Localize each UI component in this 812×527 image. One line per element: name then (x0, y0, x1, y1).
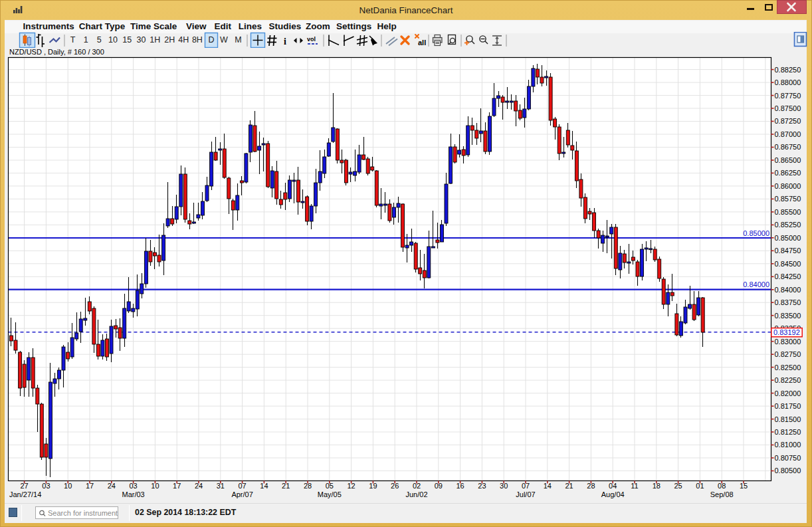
svg-text:0.85000: 0.85000 (743, 229, 769, 237)
svg-text:0.88250: 0.88250 (775, 66, 801, 74)
svg-text:Sep/08: Sep/08 (710, 490, 734, 498)
svg-text:0.85000: 0.85000 (775, 234, 801, 242)
svg-text:04: 04 (609, 482, 617, 490)
svg-text:12: 12 (347, 482, 355, 490)
svg-text:Jun/02: Jun/02 (405, 490, 427, 498)
svg-text:07: 07 (522, 482, 530, 490)
svg-text:NZD/USD , Daily, # 160 / 300: NZD/USD , Daily, # 160 / 300 (9, 48, 104, 56)
svg-text:Apr/07: Apr/07 (231, 490, 253, 498)
svg-text:19: 19 (369, 482, 377, 490)
svg-text:25: 25 (674, 482, 682, 490)
svg-text:0.87750: 0.87750 (775, 92, 801, 100)
svg-text:0.84500: 0.84500 (775, 260, 801, 268)
svg-text:30: 30 (500, 482, 508, 490)
svg-text:0.81750: 0.81750 (775, 402, 801, 410)
svg-text:26: 26 (391, 482, 399, 490)
svg-text:0.84750: 0.84750 (775, 247, 801, 255)
svg-text:09: 09 (435, 482, 443, 490)
svg-text:Aug/04: Aug/04 (601, 490, 625, 498)
svg-text:08: 08 (718, 482, 726, 490)
svg-text:0.86750: 0.86750 (775, 143, 801, 151)
svg-text:17: 17 (86, 482, 94, 490)
svg-text:0.82750: 0.82750 (775, 350, 801, 358)
svg-text:0.82250: 0.82250 (775, 376, 801, 384)
svg-text:0.86250: 0.86250 (775, 169, 801, 177)
svg-text:28: 28 (587, 482, 595, 490)
svg-text:0.83500: 0.83500 (775, 312, 801, 320)
svg-text:14: 14 (544, 482, 552, 490)
svg-text:0.85750: 0.85750 (775, 195, 801, 203)
svg-text:0.85500: 0.85500 (775, 208, 801, 216)
svg-text:i: i (284, 37, 286, 47)
svg-text:Jul/07: Jul/07 (516, 490, 535, 498)
svg-text:0.84000: 0.84000 (775, 286, 801, 294)
svg-text:24: 24 (195, 482, 203, 490)
svg-text:0.87000: 0.87000 (775, 130, 801, 138)
svg-text:0.84250: 0.84250 (775, 272, 801, 280)
svg-text:16: 16 (456, 482, 464, 490)
svg-text:05: 05 (326, 482, 334, 490)
svg-text:0.81500: 0.81500 (775, 415, 801, 423)
svg-text:Mar/03: Mar/03 (122, 490, 144, 498)
svg-text:21: 21 (565, 482, 573, 490)
svg-text:0.80500: 0.80500 (775, 467, 801, 474)
svg-text:0.87500: 0.87500 (775, 104, 801, 112)
svg-text:24: 24 (108, 482, 116, 490)
svg-text:0.88000: 0.88000 (775, 78, 801, 86)
svg-text:0.84000: 0.84000 (743, 280, 769, 288)
svg-text:17: 17 (173, 482, 181, 490)
svg-text:0.83000: 0.83000 (775, 338, 801, 346)
svg-text:all: all (418, 39, 426, 47)
svg-text:0.87250: 0.87250 (775, 117, 801, 125)
svg-text:01: 01 (696, 482, 704, 490)
svg-text:0.82500: 0.82500 (775, 364, 801, 371)
svg-text:0.83192: 0.83192 (773, 328, 800, 336)
svg-text:10: 10 (64, 482, 72, 490)
svg-text:03: 03 (42, 482, 50, 490)
svg-text:03: 03 (129, 482, 137, 490)
svg-text:28: 28 (304, 482, 312, 490)
svg-text:vol: vol (307, 36, 316, 43)
svg-text:18: 18 (653, 482, 660, 490)
svg-text:0.80750: 0.80750 (775, 454, 801, 462)
svg-text:0.81000: 0.81000 (775, 441, 801, 449)
svg-text:0.85250: 0.85250 (775, 221, 801, 229)
svg-text:0.86000: 0.86000 (775, 182, 801, 190)
svg-text:May/05: May/05 (318, 490, 342, 498)
svg-text:27: 27 (20, 482, 28, 490)
svg-text:11: 11 (631, 482, 638, 490)
svg-text:23: 23 (478, 482, 486, 490)
svg-text:14: 14 (260, 482, 268, 490)
svg-text:02: 02 (413, 482, 421, 490)
svg-text:0.81250: 0.81250 (775, 428, 801, 436)
svg-text:07: 07 (238, 482, 246, 490)
svg-text:15: 15 (740, 482, 748, 490)
svg-text:0.83750: 0.83750 (775, 298, 801, 306)
svg-text:0.82000: 0.82000 (775, 389, 801, 397)
svg-text:10: 10 (151, 482, 159, 490)
svg-text:Jan/27/14: Jan/27/14 (9, 490, 41, 498)
svg-text:21: 21 (282, 482, 290, 490)
svg-text:0.86500: 0.86500 (775, 156, 801, 164)
svg-text:31: 31 (217, 482, 225, 490)
